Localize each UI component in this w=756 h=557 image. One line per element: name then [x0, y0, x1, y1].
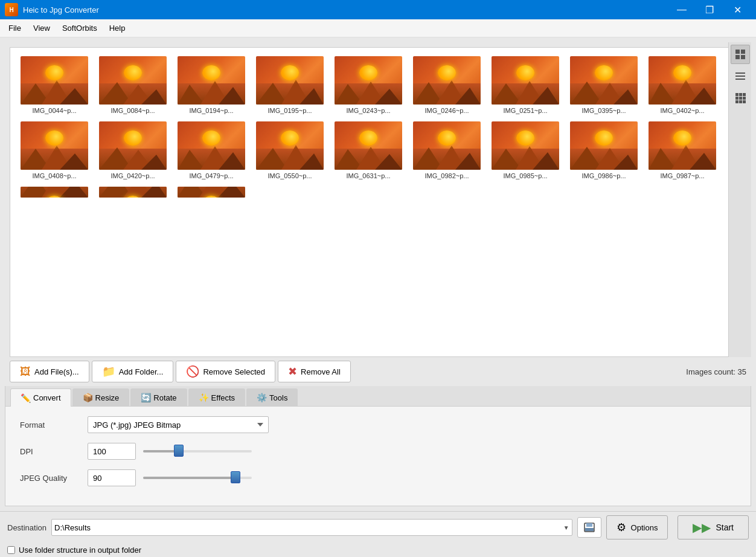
- list-item[interactable]: IMG_0251~p...: [486, 53, 565, 118]
- thumbnail-label: IMG_0479~p...: [178, 172, 245, 179]
- list-item[interactable]: [94, 183, 172, 201]
- titlebar: H Heic to Jpg Converter — ❐ ✕: [0, 0, 756, 19]
- thumbnail-label: IMG_0408~p...: [21, 172, 88, 179]
- image-area[interactable]: IMG_0044~p... IMG_0084~p... IMG_0194~p..…: [10, 47, 751, 357]
- thumbnail-view-button[interactable]: [731, 45, 750, 64]
- list-item[interactable]: IMG_0631~p...: [329, 118, 408, 183]
- titlebar-left: H Heic to Jpg Converter: [5, 3, 99, 16]
- jpeg-quality-input[interactable]: 90: [88, 469, 136, 486]
- destination-label: Destination: [7, 523, 46, 532]
- list-view-button[interactable]: [731, 66, 750, 86]
- folder-structure-label: Use folder structure in output folder: [19, 546, 141, 555]
- thumbnail-label: IMG_0987~p...: [649, 172, 716, 179]
- list-item[interactable]: IMG_0194~p...: [172, 53, 251, 118]
- list-item[interactable]: IMG_0982~p...: [408, 118, 486, 183]
- svg-rect-73: [735, 97, 738, 100]
- tab-rotate-label: Rotate: [153, 393, 176, 402]
- dpi-slider-track[interactable]: [143, 450, 252, 452]
- destination-input[interactable]: [54, 523, 563, 532]
- list-item[interactable]: IMG_0987~p...: [643, 118, 722, 183]
- main: IMG_0044~p... IMG_0084~p... IMG_0194~p..…: [0, 37, 756, 557]
- grid-view-button[interactable]: [731, 88, 750, 108]
- dpi-slider-container: [143, 450, 264, 452]
- svg-marker-18: [492, 83, 522, 105]
- tab-content: Format JPG (*.jpg) JPEG Bitmap PNG (*.pn…: [5, 407, 751, 506]
- jpeg-slider-thumb[interactable]: [231, 471, 240, 483]
- tab-convert-label: Convert: [33, 393, 61, 402]
- thumbnail-label: IMG_0550~p...: [257, 172, 323, 179]
- folder-structure-checkbox[interactable]: [7, 546, 15, 554]
- menubar: File View SoftOrbits Help: [0, 19, 756, 37]
- add-folder-label: Add Folder...: [119, 367, 164, 376]
- tab-tools[interactable]: ⚙️ Tools: [246, 388, 298, 406]
- svg-rect-64: [741, 50, 745, 54]
- menu-view[interactable]: View: [27, 21, 56, 35]
- list-item[interactable]: IMG_0402~p...: [643, 53, 722, 118]
- tab-rotate[interactable]: 🔄 Rotate: [130, 388, 187, 406]
- dpi-slider-thumb[interactable]: [174, 445, 184, 457]
- jpeg-quality-label: JPEG Quality: [20, 474, 80, 483]
- list-item[interactable]: IMG_0479~p...: [172, 118, 251, 183]
- menu-file[interactable]: File: [2, 21, 27, 35]
- tabs: ✏️ Convert 📦 Resize 🔄 Rotate ✨ Effects ⚙…: [5, 386, 751, 407]
- dpi-row: DPI 100: [20, 443, 736, 460]
- add-files-label: Add File(s)...: [34, 367, 79, 376]
- start-label: Start: [716, 523, 734, 532]
- list-item[interactable]: IMG_0084~p...: [94, 53, 172, 118]
- list-item[interactable]: IMG_0395~p...: [565, 53, 643, 118]
- tab-resize[interactable]: 📦 Resize: [72, 388, 130, 406]
- add-files-button[interactable]: 🖼 Add File(s)...: [10, 361, 89, 382]
- svg-rect-66: [741, 55, 745, 59]
- options-button[interactable]: ⚙ Options: [606, 515, 668, 539]
- remove-selected-button[interactable]: 🚫 Remove Selected: [176, 361, 275, 382]
- list-item[interactable]: IMG_0195~p...: [251, 53, 329, 118]
- list-item[interactable]: IMG_0044~p...: [15, 53, 94, 118]
- list-item[interactable]: IMG_0986~p...: [565, 118, 643, 183]
- minimize-button[interactable]: —: [668, 0, 696, 19]
- svg-rect-74: [739, 97, 742, 100]
- close-button[interactable]: ✕: [723, 0, 751, 19]
- dpi-input[interactable]: 100: [88, 443, 136, 460]
- tab-resize-label: Resize: [95, 393, 120, 402]
- toolbar: 🖼 Add File(s)... 📁 Add Folder... 🚫 Remov…: [5, 357, 751, 386]
- list-item[interactable]: [15, 183, 94, 201]
- menu-help[interactable]: Help: [103, 21, 132, 35]
- list-item[interactable]: IMG_0246~p...: [408, 53, 486, 118]
- bottom-bar: Destination ▼ ⚙ Options ▶▶ Start: [0, 511, 756, 543]
- jpeg-slider-track[interactable]: [143, 477, 252, 479]
- tab-effects[interactable]: ✨ Effects: [188, 388, 246, 406]
- svg-rect-72: [743, 93, 746, 96]
- svg-rect-77: [739, 100, 742, 103]
- svg-rect-80: [586, 523, 592, 527]
- svg-marker-45: [492, 149, 522, 170]
- tab-effects-label: Effects: [211, 393, 235, 402]
- jpeg-quality-row: JPEG Quality 90: [20, 469, 736, 486]
- tab-tools-label: Tools: [269, 393, 287, 402]
- list-item[interactable]: IMG_0243~p...: [329, 53, 408, 118]
- list-item[interactable]: IMG_0550~p...: [251, 118, 329, 183]
- svg-rect-67: [735, 72, 745, 74]
- svg-rect-81: [585, 528, 594, 531]
- svg-rect-78: [743, 100, 746, 103]
- format-select[interactable]: JPG (*.jpg) JPEG Bitmap PNG (*.png) Port…: [88, 416, 269, 433]
- destination-dropdown-icon[interactable]: ▼: [563, 524, 569, 531]
- menu-softorbits[interactable]: SoftOrbits: [56, 21, 103, 35]
- svg-marker-33: [178, 150, 205, 170]
- list-item[interactable]: IMG_0420~p...: [94, 118, 172, 183]
- thumbnail-label: IMG_0986~p...: [571, 172, 637, 179]
- list-item[interactable]: IMG_0985~p...: [486, 118, 565, 183]
- format-label: Format: [20, 420, 80, 430]
- list-item[interactable]: IMG_0408~p...: [15, 118, 94, 183]
- tab-convert[interactable]: ✏️ Convert: [10, 388, 71, 407]
- thumbnail-label: IMG_0631~p...: [335, 172, 402, 179]
- maximize-button[interactable]: ❐: [696, 0, 723, 19]
- remove-all-label: Remove All: [301, 367, 341, 376]
- start-button[interactable]: ▶▶ Start: [678, 515, 749, 539]
- list-item[interactable]: [172, 183, 251, 201]
- add-folder-button[interactable]: 📁 Add Folder...: [92, 361, 174, 382]
- format-row: Format JPG (*.jpg) JPEG Bitmap PNG (*.pn…: [20, 416, 736, 433]
- side-panel: [728, 42, 751, 357]
- remove-all-button[interactable]: ✖ Remove All: [278, 361, 351, 382]
- titlebar-title: Heic to Jpg Converter: [23, 5, 99, 14]
- save-location-button[interactable]: [577, 517, 601, 538]
